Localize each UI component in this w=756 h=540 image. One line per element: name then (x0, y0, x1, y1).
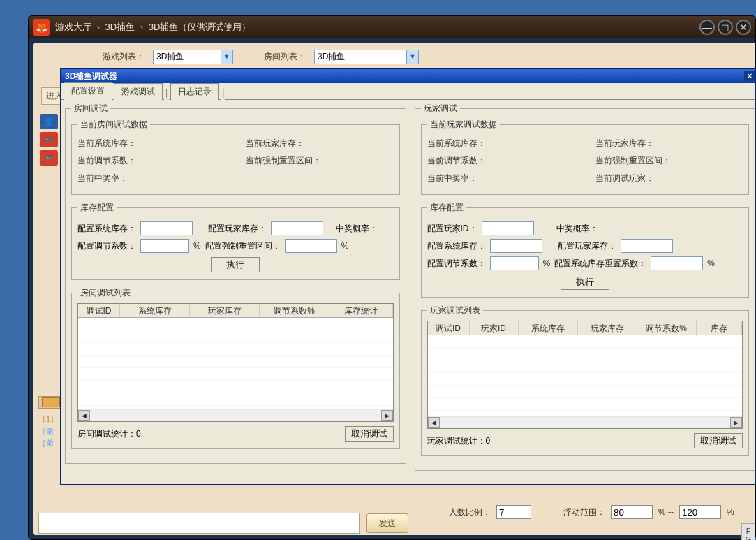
dialog-title-bar[interactable]: 3D捕鱼调试器 × (61, 69, 755, 83)
table-header: 调试ID 系统库存 玩家库存 调节系数% 库存统计 (78, 304, 393, 318)
room-table[interactable]: 调试ID 系统库存 玩家库存 调节系数% 库存统计 ◀ ▶ (77, 303, 394, 422)
cfg-reset-input[interactable] (285, 239, 337, 253)
cfg-player-stock-label: 配置玩家库存： (208, 223, 267, 235)
tab-log[interactable]: 日志记录 (170, 83, 219, 100)
player-debug-title: 玩家调试 (421, 103, 460, 115)
right-lower-row: 人数比例： 浮动范围： % -- % (449, 505, 741, 519)
col-stock-stat[interactable]: 库存统计 (329, 304, 393, 317)
cancel-debug-button[interactable]: 取消调试 (694, 433, 743, 448)
breadcrumb-c[interactable]: 3D捕鱼（仅供调试使用） (149, 22, 251, 32)
chat-input[interactable] (38, 513, 360, 534)
pct-label: % (341, 241, 349, 251)
cfg-sys-reset-input[interactable] (651, 256, 703, 270)
scroll-left-icon[interactable]: ◀ (428, 417, 440, 428)
cfg-adj-input[interactable] (140, 239, 189, 253)
player-data-group: 当前玩家调试数据 当前系统库存： 当前玩家库存： 当前调节系数： 当前强制重置区… (421, 119, 750, 195)
col-player-stock[interactable]: 玩家库存 (190, 304, 260, 317)
room-list-combo[interactable]: 3D捕鱼 ▼ (314, 50, 419, 64)
scrollbar-thumb[interactable] (42, 397, 60, 407)
player-list-title: 玩家调试列表 (427, 305, 483, 316)
exec-button[interactable]: 执行 (211, 257, 260, 272)
breadcrumb-b[interactable]: 3D捕鱼 (105, 22, 135, 32)
chat-row: 发送 (38, 509, 408, 537)
kv-win: 当前中奖率： (77, 173, 225, 184)
player-debug-group: 玩家调试 当前玩家调试数据 当前系统库存： 当前玩家库存： 当前调节系数： 当前… (415, 103, 756, 471)
scroll-track[interactable] (90, 410, 381, 421)
close-button[interactable]: ✕ (736, 20, 751, 35)
gray-b: G (746, 535, 752, 540)
cfg-adj-label: 配置调节系数： (77, 240, 136, 252)
room-debug-panel: 房间调试 当前房间调试数据 当前系统库存： 当前玩家库存： 当前调节系数： 当前… (65, 103, 406, 480)
scroll-right-icon[interactable]: ▶ (381, 410, 393, 421)
scroll-track[interactable] (440, 417, 731, 428)
table-body (428, 335, 743, 417)
gamepad-icon[interactable]: 🎮 (40, 132, 58, 147)
range-min-input[interactable] (611, 505, 653, 519)
dialog-close-icon[interactable]: × (744, 71, 755, 81)
ratio-label: 人数比例： (449, 506, 491, 518)
player-table[interactable]: 调试ID 玩家ID 系统库存 玩家库存 调节系数% 库存 ◀ ▶ (427, 321, 743, 429)
player-stock-title: 库存配置 (427, 202, 466, 214)
ratio-input[interactable] (496, 505, 531, 519)
user-icon[interactable]: 👤 (40, 114, 58, 129)
col-player-id[interactable]: 玩家ID (470, 321, 519, 335)
range-label: 浮动范围： (563, 506, 605, 518)
pct-label: % (543, 258, 551, 268)
scroll-right-icon[interactable]: ▶ (730, 417, 742, 428)
col-debug-id[interactable]: 调试ID (428, 321, 470, 335)
scroll-left-icon[interactable]: ◀ (78, 410, 90, 421)
tab-strip: 配置设置 游戏调试 | 日志记录 | (61, 83, 755, 100)
cfg-player-stock-input[interactable] (621, 239, 673, 253)
breadcrumb-sep-icon: › (140, 22, 143, 32)
cfg-adj-label: 配置调节系数： (427, 258, 486, 270)
cfg-sys-reset-label: 配置系统库存重置系数： (554, 258, 646, 270)
cfg-player-id-input[interactable] (482, 221, 534, 235)
maximize-button[interactable]: ◻ (718, 20, 733, 35)
chevron-down-icon: ▼ (406, 50, 418, 64)
col-sys-stock[interactable]: 系统库存 (120, 304, 190, 317)
right-gray-strip: F G 日期 (741, 523, 755, 540)
debugger-dialog: 3D捕鱼调试器 × 配置设置 游戏调试 | 日志记录 | 房间调试 当前房间调试… (60, 68, 756, 485)
col-player-stock[interactable]: 玩家库存 (578, 321, 637, 335)
player-list-group: 玩家调试列表 调试ID 玩家ID 系统库存 玩家库存 调节系数% 库存 ◀ (421, 305, 750, 456)
pct-label: % (193, 241, 201, 251)
cfg-sys-stock-input[interactable] (140, 221, 193, 235)
tab-divider: | (221, 86, 225, 100)
cfg-player-stock-label: 配置玩家库存： (558, 240, 616, 252)
cfg-sys-stock-label: 配置系统库存： (427, 240, 486, 252)
table-hscroll[interactable]: ◀ ▶ (78, 409, 393, 421)
link-item[interactable]: ［1］ (38, 414, 58, 425)
send-button[interactable]: 发送 (366, 513, 408, 533)
kv-player: 当前调试玩家： (595, 173, 743, 184)
table-header: 调试ID 玩家ID 系统库存 玩家库存 调节系数% 库存 (428, 321, 743, 335)
col-debug-id[interactable]: 调试ID (78, 304, 120, 317)
col-stock[interactable]: 库存 (697, 321, 743, 335)
top-row: 游戏列表： 3D捕鱼 ▼ 房间列表： 3D捕鱼 ▼ (33, 43, 755, 71)
room-list-title: 房间调试列表 (77, 287, 133, 299)
gamepad-icon[interactable]: 🎮 (40, 150, 58, 166)
table-hscroll[interactable]: ◀ ▶ (428, 416, 743, 428)
app-icon: 🦊 (33, 19, 50, 36)
pct-label: % (727, 507, 734, 517)
col-sys-stock[interactable]: 系统库存 (519, 321, 578, 335)
cfg-adj-input[interactable] (490, 256, 539, 270)
room-list-value: 3D捕鱼 (315, 51, 406, 63)
col-adj[interactable]: 调节系数% (260, 304, 329, 317)
tab-config[interactable]: 配置设置 (64, 82, 112, 100)
room-debug-group: 房间调试 当前房间调试数据 当前系统库存： 当前玩家库存： 当前调节系数： 当前… (65, 103, 406, 464)
link-item[interactable]: ［前 (38, 426, 58, 437)
link-item[interactable]: ［前 (38, 438, 58, 448)
cancel-debug-button[interactable]: 取消调试 (345, 426, 394, 442)
range-max-input[interactable] (679, 505, 721, 519)
game-list-label: 游戏列表： (103, 51, 144, 63)
tab-game-debug[interactable]: 游戏调试 (114, 83, 163, 100)
kv-sys-stock: 当前系统库存： (77, 138, 225, 149)
exec-button[interactable]: 执行 (561, 275, 609, 290)
minimize-button[interactable]: — (699, 20, 715, 35)
breadcrumb-a[interactable]: 游戏大厅 (55, 22, 91, 32)
cfg-player-stock-input[interactable] (271, 221, 323, 235)
col-adj[interactable]: 调节系数% (637, 321, 697, 335)
cfg-sys-stock-input[interactable] (490, 239, 542, 253)
breadcrumb-sep-icon: › (97, 22, 100, 32)
game-list-combo[interactable]: 3D捕鱼 ▼ (153, 50, 233, 64)
